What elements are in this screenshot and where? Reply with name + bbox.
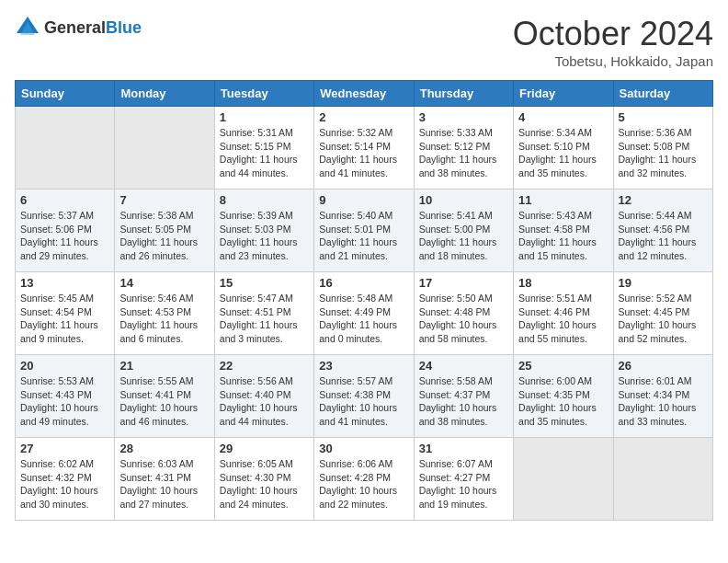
calendar-cell: 17Sunrise: 5:50 AM Sunset: 4:48 PM Dayli…	[414, 272, 513, 355]
day-number: 16	[319, 276, 408, 290]
calendar-cell: 18Sunrise: 5:51 AM Sunset: 4:46 PM Dayli…	[514, 272, 613, 355]
day-info: Sunrise: 5:47 AM Sunset: 4:51 PM Dayligh…	[220, 292, 309, 346]
day-number: 22	[220, 359, 309, 373]
calendar-cell: 5Sunrise: 5:36 AM Sunset: 5:08 PM Daylig…	[613, 107, 712, 190]
calendar-cell: 6Sunrise: 5:37 AM Sunset: 5:06 PM Daylig…	[16, 190, 115, 272]
week-row-5: 27Sunrise: 6:02 AM Sunset: 4:32 PM Dayli…	[16, 438, 713, 521]
title-block: October 2024 Tobetsu, Hokkaido, Japan	[513, 15, 713, 69]
day-info: Sunrise: 6:01 AM Sunset: 4:34 PM Dayligh…	[619, 374, 708, 429]
day-info: Sunrise: 5:50 AM Sunset: 4:48 PM Dayligh…	[419, 292, 508, 346]
week-row-3: 13Sunrise: 5:45 AM Sunset: 4:54 PM Dayli…	[16, 272, 713, 355]
calendar-cell: 26Sunrise: 6:01 AM Sunset: 4:34 PM Dayli…	[613, 355, 712, 438]
day-info: Sunrise: 6:00 AM Sunset: 4:35 PM Dayligh…	[518, 374, 608, 429]
day-number: 31	[419, 442, 508, 455]
calendar-cell: 3Sunrise: 5:33 AM Sunset: 5:12 PM Daylig…	[414, 107, 513, 190]
day-number: 25	[518, 359, 608, 373]
calendar-cell: 12Sunrise: 5:44 AM Sunset: 4:56 PM Dayli…	[613, 190, 712, 272]
weekday-header-sunday: Sunday	[16, 81, 115, 107]
calendar-cell: 25Sunrise: 6:00 AM Sunset: 4:35 PM Dayli…	[514, 355, 613, 438]
calendar-cell: 13Sunrise: 5:45 AM Sunset: 4:54 PM Dayli…	[16, 272, 115, 355]
day-info: Sunrise: 5:33 AM Sunset: 5:12 PM Dayligh…	[419, 126, 508, 180]
day-info: Sunrise: 5:56 AM Sunset: 4:40 PM Dayligh…	[220, 374, 309, 429]
calendar-cell: 31Sunrise: 6:07 AM Sunset: 4:27 PM Dayli…	[414, 438, 513, 521]
day-info: Sunrise: 6:07 AM Sunset: 4:27 PM Dayligh…	[419, 457, 508, 511]
day-info: Sunrise: 5:39 AM Sunset: 5:03 PM Dayligh…	[220, 209, 309, 263]
day-number: 24	[419, 359, 508, 373]
location: Tobetsu, Hokkaido, Japan	[513, 53, 713, 69]
calendar-cell: 27Sunrise: 6:02 AM Sunset: 4:32 PM Dayli…	[16, 438, 115, 521]
day-number: 8	[220, 193, 309, 207]
day-info: Sunrise: 5:53 AM Sunset: 4:43 PM Dayligh…	[20, 374, 109, 429]
logo-text: GeneralBlue	[44, 18, 142, 38]
day-info: Sunrise: 5:55 AM Sunset: 4:41 PM Dayligh…	[119, 374, 209, 429]
calendar-cell: 23Sunrise: 5:57 AM Sunset: 4:38 PM Dayli…	[314, 355, 414, 438]
day-number: 10	[419, 193, 508, 207]
calendar-cell: 2Sunrise: 5:32 AM Sunset: 5:14 PM Daylig…	[314, 107, 414, 190]
day-number: 11	[518, 193, 608, 207]
calendar-cell: 8Sunrise: 5:39 AM Sunset: 5:03 PM Daylig…	[214, 190, 313, 272]
day-info: Sunrise: 5:58 AM Sunset: 4:37 PM Dayligh…	[419, 374, 508, 429]
page-header: GeneralBlue October 2024 Tobetsu, Hokkai…	[15, 15, 713, 69]
day-info: Sunrise: 5:40 AM Sunset: 5:01 PM Dayligh…	[319, 209, 408, 263]
calendar-cell: 29Sunrise: 6:05 AM Sunset: 4:30 PM Dayli…	[214, 438, 313, 521]
day-number: 12	[619, 193, 708, 207]
calendar-cell: 20Sunrise: 5:53 AM Sunset: 4:43 PM Dayli…	[16, 355, 115, 438]
day-number: 18	[518, 276, 608, 290]
calendar-cell	[514, 438, 613, 521]
day-info: Sunrise: 5:45 AM Sunset: 4:54 PM Dayligh…	[20, 292, 109, 346]
day-info: Sunrise: 5:46 AM Sunset: 4:53 PM Dayligh…	[119, 292, 209, 346]
calendar-table: SundayMondayTuesdayWednesdayThursdayFrid…	[15, 80, 713, 521]
week-row-4: 20Sunrise: 5:53 AM Sunset: 4:43 PM Dayli…	[16, 355, 713, 438]
logo-blue: Blue	[106, 18, 142, 37]
calendar-cell: 16Sunrise: 5:48 AM Sunset: 4:49 PM Dayli…	[314, 272, 414, 355]
day-number: 2	[319, 110, 408, 124]
calendar-cell	[16, 107, 115, 190]
day-number: 17	[419, 276, 508, 290]
day-info: Sunrise: 5:51 AM Sunset: 4:46 PM Dayligh…	[518, 292, 608, 346]
day-number: 5	[619, 110, 708, 124]
calendar-cell: 7Sunrise: 5:38 AM Sunset: 5:05 PM Daylig…	[115, 190, 214, 272]
day-info: Sunrise: 5:37 AM Sunset: 5:06 PM Dayligh…	[20, 209, 109, 263]
calendar-cell	[115, 107, 214, 190]
day-info: Sunrise: 5:34 AM Sunset: 5:10 PM Dayligh…	[518, 126, 608, 180]
calendar-cell: 11Sunrise: 5:43 AM Sunset: 4:58 PM Dayli…	[514, 190, 613, 272]
calendar-cell: 22Sunrise: 5:56 AM Sunset: 4:40 PM Dayli…	[214, 355, 313, 438]
weekday-header-wednesday: Wednesday	[314, 81, 414, 107]
day-number: 27	[20, 442, 109, 455]
day-number: 29	[220, 442, 309, 455]
day-number: 1	[220, 110, 309, 124]
logo-icon	[15, 15, 40, 40]
day-number: 14	[119, 276, 209, 290]
day-number: 28	[119, 442, 209, 455]
day-number: 19	[619, 276, 708, 290]
day-number: 26	[619, 359, 708, 373]
day-number: 21	[119, 359, 209, 373]
day-number: 6	[20, 193, 109, 207]
week-row-2: 6Sunrise: 5:37 AM Sunset: 5:06 PM Daylig…	[16, 190, 713, 272]
day-info: Sunrise: 6:06 AM Sunset: 4:28 PM Dayligh…	[319, 457, 408, 511]
calendar-cell: 1Sunrise: 5:31 AM Sunset: 5:15 PM Daylig…	[214, 107, 313, 190]
day-info: Sunrise: 6:03 AM Sunset: 4:31 PM Dayligh…	[119, 457, 209, 511]
day-number: 20	[20, 359, 109, 373]
day-number: 4	[518, 110, 608, 124]
weekday-header-saturday: Saturday	[613, 81, 712, 107]
month-title: October 2024	[513, 15, 713, 53]
calendar-cell: 24Sunrise: 5:58 AM Sunset: 4:37 PM Dayli…	[414, 355, 513, 438]
day-number: 3	[419, 110, 508, 124]
calendar-cell: 10Sunrise: 5:41 AM Sunset: 5:00 PM Dayli…	[414, 190, 513, 272]
day-info: Sunrise: 5:48 AM Sunset: 4:49 PM Dayligh…	[319, 292, 408, 346]
day-number: 7	[119, 193, 209, 207]
calendar-cell: 9Sunrise: 5:40 AM Sunset: 5:01 PM Daylig…	[314, 190, 414, 272]
day-number: 30	[319, 442, 408, 455]
day-info: Sunrise: 5:32 AM Sunset: 5:14 PM Dayligh…	[319, 126, 408, 180]
weekday-header-thursday: Thursday	[414, 81, 513, 107]
calendar-cell	[613, 438, 712, 521]
day-info: Sunrise: 5:43 AM Sunset: 4:58 PM Dayligh…	[518, 209, 608, 263]
day-info: Sunrise: 6:05 AM Sunset: 4:30 PM Dayligh…	[220, 457, 309, 511]
calendar-cell: 28Sunrise: 6:03 AM Sunset: 4:31 PM Dayli…	[115, 438, 214, 521]
day-info: Sunrise: 5:36 AM Sunset: 5:08 PM Dayligh…	[619, 126, 708, 180]
day-info: Sunrise: 5:38 AM Sunset: 5:05 PM Dayligh…	[119, 209, 209, 263]
calendar-cell: 19Sunrise: 5:52 AM Sunset: 4:45 PM Dayli…	[613, 272, 712, 355]
day-info: Sunrise: 5:57 AM Sunset: 4:38 PM Dayligh…	[319, 374, 408, 429]
weekday-header-tuesday: Tuesday	[214, 81, 313, 107]
